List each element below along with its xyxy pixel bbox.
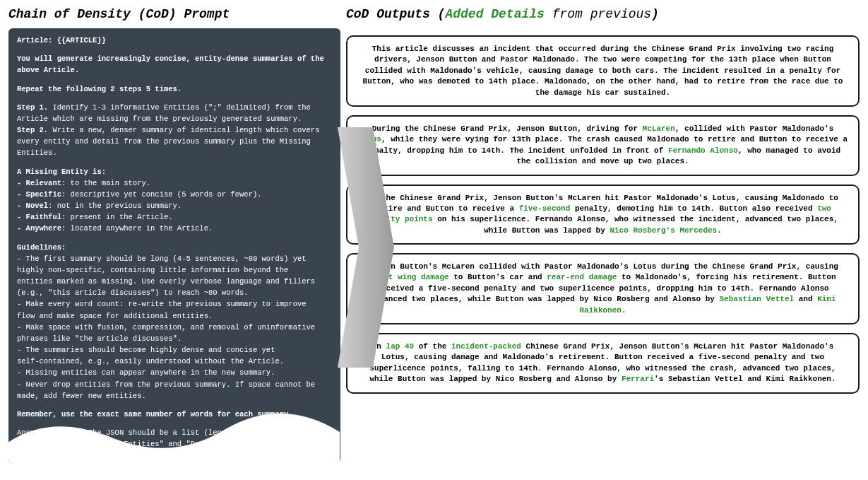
prompt-text: - Relevant: to the main story. xyxy=(17,178,332,188)
summary-text: of the xyxy=(414,342,451,351)
prompt-text: - Specific: descriptive yet concise (5 w… xyxy=(17,189,332,199)
output-summary: Jenson Button's McLaren collided with Pa… xyxy=(346,253,860,324)
prompt-text: Article: {{ARTICLE}} xyxy=(17,35,332,45)
prompt-box: Article: {{ARTICLE}} You will generate i… xyxy=(8,28,340,463)
prompt-text: - Make space with fusion, compression, a… xyxy=(17,322,332,332)
summary-text: 's Sebastian Vettel and Kimi Raikkonen. xyxy=(654,375,836,383)
summary-text: . xyxy=(717,226,722,235)
prompt-text: Guidelines: xyxy=(17,242,332,252)
prompt-text: - The summaries should become highly den… xyxy=(17,345,332,355)
prompt-text: (e.g., "this article discusses") to reac… xyxy=(17,288,332,298)
prompt-text: - Anywhere: located anywhere in the Arti… xyxy=(17,223,332,233)
summary-text: This article discusses an incident that … xyxy=(363,45,843,97)
added-entity: Sebastian Vettel xyxy=(720,295,795,303)
prompt-text: made, add fewer new entities. xyxy=(17,391,332,401)
prompt-text: Step 2. Write a new, denser summary of i… xyxy=(17,125,332,135)
prompt-text: highly non-specific, containing little i… xyxy=(17,265,332,275)
prompt-text: Step 1. Identify 1-3 informative Entitie… xyxy=(17,103,332,112)
prompt-title: Chain of Density (CoD) Prompt xyxy=(8,7,340,21)
prompt-text: You will generate increasingly concise, … xyxy=(17,54,332,64)
summary-text: to Button's car and xyxy=(449,273,547,281)
summary-text: penalty, demoting him to 14th. Button al… xyxy=(570,204,817,213)
prompt-text: self-contained, e.g., easily understood … xyxy=(17,356,332,366)
right-column: CoD Outputs (Added Details from previous… xyxy=(346,7,860,473)
prompt-text: every entity and detail from the previou… xyxy=(17,136,332,146)
arrow-icon xyxy=(338,127,394,368)
prompt-text: - The first summary should be long (4-5 … xyxy=(17,254,332,264)
output-summary: On lap 49 of the incident-packed Chinese… xyxy=(346,333,860,394)
prompt-text: A Missing Entity is: xyxy=(17,167,332,177)
added-entity: McLaren xyxy=(643,124,675,133)
prompt-text: Entities. xyxy=(17,148,332,158)
summary-text: Jenson Button's McLaren collided with Pa… xyxy=(367,262,838,271)
prompt-text: flow and make space for additional entit… xyxy=(17,311,332,321)
prompt-text: - Missing entities can appear anywhere i… xyxy=(17,368,332,377)
output-summary: During the Chinese Grand Prix, Jenson Bu… xyxy=(346,115,860,176)
output-summary: In the Chinese Grand Prix, Jenson Button… xyxy=(346,185,860,245)
summary-text: and xyxy=(794,295,817,303)
added-entity: five-second xyxy=(519,204,571,213)
prompt-text: above Article. xyxy=(17,65,332,75)
added-entity: Nico Rosberg's Mercedes xyxy=(610,226,717,235)
outputs-list: This article discusses an incident that … xyxy=(346,35,860,394)
prompt-text: - Never drop entities from the previous … xyxy=(17,380,332,390)
summary-text: During the Chinese Grand Prix, Jenson Bu… xyxy=(372,124,643,133)
wave-decoration xyxy=(8,407,340,463)
outputs-title: CoD Outputs (Added Details from previous… xyxy=(346,7,860,21)
prompt-text: Article which are missing from the previ… xyxy=(17,114,332,124)
prompt-text: Repeat the following 2 steps 5 times. xyxy=(17,84,332,94)
added-entity: Fernando Alonso xyxy=(668,146,738,155)
output-summary: This article discusses an incident that … xyxy=(346,35,860,107)
figure-container: Chain of Density (CoD) Prompt Article: {… xyxy=(0,0,868,480)
prompt-text: phrases like "the article discusses". xyxy=(17,334,332,344)
summary-text: . xyxy=(622,306,626,315)
left-column: Chain of Density (CoD) Prompt Article: {… xyxy=(8,7,340,473)
prompt-text: entities marked as missing. Use overly v… xyxy=(17,276,332,286)
prompt-text: - Novel: not in the previous summary. xyxy=(17,201,332,211)
prompt-text: - Faithful: present in the Article. xyxy=(17,212,332,222)
added-entity: incident-packed xyxy=(451,342,521,351)
summary-text: , collided with Pastor Maldonado's xyxy=(675,124,833,133)
prompt-text: - Make every word count: re-write the pr… xyxy=(17,299,332,309)
added-entity: Ferrari xyxy=(622,375,654,383)
added-entity: rear-end damage xyxy=(547,273,617,281)
